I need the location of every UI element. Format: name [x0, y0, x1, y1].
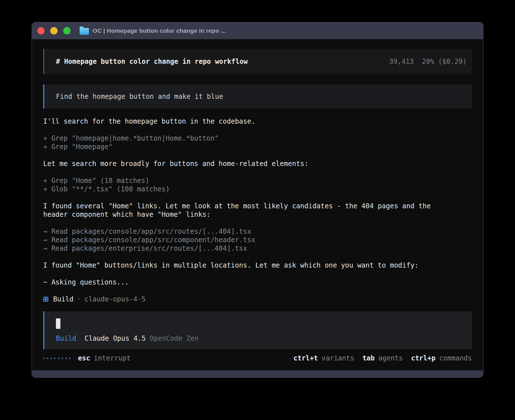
- transcript-line-text: I found "Home" buttons/links in multiple…: [43, 261, 443, 270]
- hint-label: agents: [378, 354, 403, 362]
- transcript-line-text: Let me search more broadly for buttons a…: [43, 159, 443, 168]
- status-bar: escinterrupt ctrl+tvariantstabagentsctrl…: [43, 354, 472, 362]
- transcript-line-tool: ∗ Grep "Homepage": [43, 143, 443, 151]
- user-message-text: Find the homepage button and make it blu…: [56, 93, 223, 100]
- title-group: OC | Homepage button color change in rep…: [80, 27, 226, 35]
- keyboard-hint-tab: tabagents: [363, 354, 403, 362]
- titlebar[interactable]: OC | Homepage button color change in rep…: [32, 22, 483, 39]
- spinner-dot: [65, 358, 67, 359]
- spinner-dot: [47, 358, 48, 359]
- transcript: I'll search for the homepage button in t…: [43, 117, 472, 286]
- spinner-dot: [54, 358, 56, 359]
- input-agent-label[interactable]: Build: [56, 334, 76, 342]
- minimize-button[interactable]: [50, 27, 58, 34]
- context-percent: 20%: [422, 58, 434, 65]
- status-bar-right: ctrl+tvariantstabagentsctrl+pcommands: [293, 354, 472, 362]
- tool-asterisk-icon: ∗: [43, 134, 47, 142]
- hint-key: esc: [78, 354, 90, 362]
- transcript-line-status: ~ Asking questions...: [43, 278, 443, 286]
- transcript-line-tool: ∗ Grep "homepage|home.*button|Home.*butt…: [43, 134, 443, 143]
- spinner-dot: [69, 358, 70, 359]
- transcript-line-tool: ∗ Grep "Home" (18 matches): [43, 176, 443, 185]
- hint-label: commands: [439, 354, 472, 362]
- status-bar-left: escinterrupt: [43, 354, 130, 362]
- spinner-dot: [58, 358, 59, 359]
- input-provider-label: OpenCode Zen: [150, 334, 198, 342]
- input-status-row: Build Claude Opus 4.5 OpenCode Zen: [56, 334, 198, 342]
- app-window: OC | Homepage button color change in rep…: [32, 22, 483, 378]
- folder-icon: [80, 28, 89, 35]
- hint-key: ctrl+t: [293, 354, 318, 362]
- session-title: # Homepage button color change in repo w…: [56, 58, 248, 65]
- session-cost: ($0.29): [438, 58, 467, 65]
- read-arrow-icon: →: [43, 228, 47, 235]
- transcript-line-tool: → Read packages/enterprise/src/routes/[.…: [43, 244, 443, 253]
- window-title: OC | Homepage button color change in rep…: [93, 27, 226, 34]
- read-arrow-icon: →: [43, 244, 47, 252]
- transcript-line-tool: → Read packages/console/app/src/routes/[…: [43, 227, 443, 236]
- keyboard-hint-esc: escinterrupt: [78, 354, 130, 362]
- token-count: 39,413: [389, 58, 414, 65]
- close-button[interactable]: [37, 27, 45, 34]
- keyboard-hint-ctrl-t: ctrl+tvariants: [293, 354, 354, 362]
- left-hints: escinterrupt: [78, 354, 130, 362]
- traffic-lights: [37, 27, 71, 34]
- agent-model: claude-opus-4-5: [84, 295, 146, 303]
- session-header: # Homepage button color change in repo w…: [43, 49, 472, 74]
- tool-asterisk-icon: ∗: [43, 143, 47, 151]
- input-model-label[interactable]: Claude Opus 4.5: [84, 334, 146, 342]
- tool-asterisk-icon: ∗: [43, 185, 47, 193]
- hint-label: variants: [322, 354, 354, 362]
- hint-key: tab: [363, 354, 375, 362]
- spinner-dots-icon: [43, 358, 70, 359]
- window-bottom-band: [32, 370, 483, 377]
- hint-key: ctrl+p: [411, 354, 436, 362]
- agent-status-row: Build · claude-opus-4-5: [43, 295, 472, 303]
- transcript-line-text: I'll search for the homepage button in t…: [43, 117, 443, 126]
- prompt-input[interactable]: Build Claude Opus 4.5 OpenCode Zen: [43, 311, 472, 349]
- text-cursor: [56, 318, 60, 329]
- transcript-line-tool: ∗ Glob "**/*.tsx" (100 matches): [43, 185, 443, 193]
- keyboard-hint-ctrl-p: ctrl+pcommands: [411, 354, 472, 362]
- zoom-button[interactable]: [63, 27, 71, 34]
- read-arrow-icon: →: [43, 236, 47, 244]
- tool-asterisk-icon: ∗: [43, 177, 47, 185]
- user-message: Find the homepage button and make it blu…: [43, 84, 472, 108]
- agent-name: Build: [53, 295, 73, 303]
- spinner-dot: [43, 358, 45, 359]
- agent-build-icon: [43, 297, 48, 302]
- spinner-dot: [51, 358, 52, 359]
- terminal-content: # Homepage button color change in repo w…: [32, 39, 483, 370]
- hint-label: interrupt: [94, 354, 130, 362]
- spinner-dot: [62, 358, 63, 359]
- transcript-line-tool: → Read packages/console/app/src/componen…: [43, 236, 443, 244]
- separator-dot: ·: [77, 295, 81, 303]
- session-stats: 39,41320%($0.29): [357, 50, 467, 73]
- transcript-line-text: I found several "Home" links. Let me loo…: [43, 202, 443, 219]
